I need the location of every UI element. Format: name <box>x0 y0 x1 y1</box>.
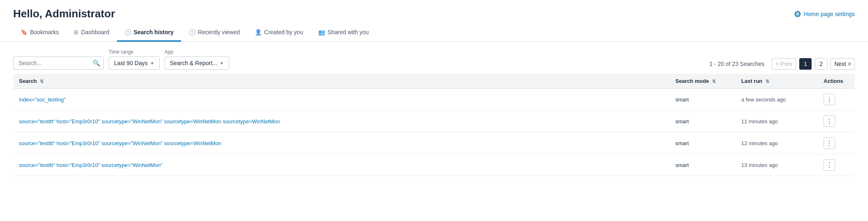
time-range-label: Time range <box>109 49 160 55</box>
search-history-table-container: Search ⇅ Search mode ⇅ Last run ⇅ Action… <box>0 74 868 176</box>
tab-bookmarks-label: Bookmarks <box>30 29 59 35</box>
person-icon: 👤 <box>255 29 262 35</box>
home-settings-label: Home page settings <box>803 11 855 17</box>
search-input[interactable] <box>13 56 104 70</box>
cell-actions: ⋮ <box>818 110 855 132</box>
cell-last-run: a few seconds ago <box>735 89 818 110</box>
time-range-group: Time range Last 90 Days ▼ <box>109 49 160 70</box>
search-query-link[interactable]: index="soc_testing" <box>19 96 66 103</box>
search-query-link[interactable]: source="testttt" host="Emp3r0r10" source… <box>19 118 280 125</box>
app-value: Search & Report... <box>170 60 217 66</box>
next-page-button[interactable]: Next > <box>831 58 855 70</box>
app-dropdown[interactable]: Search & Report... ▼ <box>165 56 229 70</box>
filters-row: 🔍 Time range Last 90 Days ▼ App Search &… <box>0 42 868 74</box>
chevron-down-icon-app: ▼ <box>220 61 224 66</box>
clock-history-icon: 🕐 <box>124 29 131 35</box>
search-history-table: Search ⇅ Search mode ⇅ Last run ⇅ Action… <box>13 74 855 176</box>
prev-page-button[interactable]: < Prev <box>772 58 796 70</box>
col-last-run-label: Last run <box>741 78 762 84</box>
time-range-value: Last 90 Days <box>114 60 148 66</box>
search-query-link[interactable]: source="testttt" host="Emp3r0r10" source… <box>19 162 163 168</box>
app-label: App <box>165 49 229 55</box>
search-icon: 🔍 <box>93 59 100 67</box>
search-submit-button[interactable]: 🔍 <box>93 59 100 67</box>
page-2-button[interactable]: 2 <box>815 58 827 70</box>
dashboard-icon: ⊞ <box>74 29 79 35</box>
table-row: source="testttt" host="Emp3r0r10" source… <box>13 110 855 132</box>
tab-created-by-you-label: Created by you <box>264 29 303 35</box>
col-search-label: Search <box>19 78 37 84</box>
cell-last-run: 12 minutes ago <box>735 132 818 154</box>
col-search[interactable]: Search ⇅ <box>13 74 670 89</box>
bookmark-icon: 🔖 <box>21 29 28 35</box>
action-menu-button[interactable]: ⋮ <box>824 115 835 127</box>
tab-bookmarks[interactable]: 🔖 Bookmarks <box>13 25 66 42</box>
cell-last-run: 11 minutes ago <box>735 110 818 132</box>
cell-search-mode: smart <box>670 110 735 132</box>
col-actions: Actions <box>818 74 855 89</box>
tab-shared-with-you-label: Shared with you <box>328 29 369 35</box>
tab-search-history[interactable]: 🕐 Search history <box>117 25 181 42</box>
col-last-run[interactable]: Last run ⇅ <box>735 74 818 89</box>
search-filter-group: 🔍 <box>13 56 104 70</box>
home-settings-link[interactable]: Home page settings <box>794 11 855 17</box>
cell-search: index="soc_testing" <box>13 89 670 110</box>
action-menu-button[interactable]: ⋮ <box>824 137 835 149</box>
cell-actions: ⋮ <box>818 89 855 110</box>
cell-search: source="testttt" host="Emp3r0r10" source… <box>13 132 670 154</box>
people-icon: 👥 <box>318 29 325 35</box>
cell-last-run: 13 minutes ago <box>735 154 818 176</box>
clock-icon: 🕑 <box>188 29 195 35</box>
cell-actions: ⋮ <box>818 132 855 154</box>
sort-icon-last-run: ⇅ <box>766 79 769 84</box>
cell-search: source="testttt" host="Emp3r0r10" source… <box>13 154 670 176</box>
tabs-bar: 🔖 Bookmarks ⊞ Dashboard 🕐 Search history… <box>0 24 868 42</box>
page-1-button[interactable]: 1 <box>799 58 812 70</box>
pagination-area: 1 - 20 of 23 Searches < Prev 1 2 Next > <box>709 58 855 70</box>
search-query-link[interactable]: source="testttt" host="Emp3r0r10" source… <box>19 140 221 146</box>
time-range-dropdown[interactable]: Last 90 Days ▼ <box>109 56 160 70</box>
tab-recently-viewed-label: Recently viewed <box>198 29 240 35</box>
col-actions-label: Actions <box>824 78 843 84</box>
table-row: source="testttt" host="Emp3r0r10" source… <box>13 132 855 154</box>
table-row: source="testttt" host="Emp3r0r10" source… <box>13 154 855 176</box>
page-title: Hello, Administrator <box>13 7 115 20</box>
sort-icon-search: ⇅ <box>40 79 44 84</box>
cell-search-mode: smart <box>670 89 735 110</box>
action-menu-button[interactable]: ⋮ <box>824 94 835 105</box>
tab-recently-viewed[interactable]: 🕑 Recently viewed <box>181 25 247 42</box>
cell-search: source="testttt" host="Emp3r0r10" source… <box>13 110 670 132</box>
gear-icon <box>794 11 801 17</box>
cell-search-mode: smart <box>670 132 735 154</box>
col-search-mode-label: Search mode <box>675 78 709 84</box>
tab-search-history-label: Search history <box>134 29 174 35</box>
sort-icon-search-mode: ⇅ <box>712 79 716 84</box>
app-filter-group: App Search & Report... ▼ <box>165 49 229 70</box>
cell-search-mode: smart <box>670 154 735 176</box>
chevron-down-icon: ▼ <box>150 61 154 66</box>
tab-dashboard-label: Dashboard <box>81 29 109 35</box>
tab-shared-with-you[interactable]: 👥 Shared with you <box>311 25 376 42</box>
tab-dashboard[interactable]: ⊞ Dashboard <box>66 25 117 42</box>
cell-actions: ⋮ <box>818 154 855 176</box>
tab-created-by-you[interactable]: 👤 Created by you <box>247 25 311 42</box>
pagination-summary: 1 - 20 of 23 Searches <box>709 61 764 67</box>
action-menu-button[interactable]: ⋮ <box>824 159 835 171</box>
top-bar: Hello, Administrator Home page settings <box>0 0 868 24</box>
search-input-wrap: 🔍 <box>13 56 104 70</box>
table-row: index="soc_testing"smarta few seconds ag… <box>13 89 855 110</box>
col-search-mode[interactable]: Search mode ⇅ <box>670 74 735 89</box>
table-header-row: Search ⇅ Search mode ⇅ Last run ⇅ Action… <box>13 74 855 89</box>
